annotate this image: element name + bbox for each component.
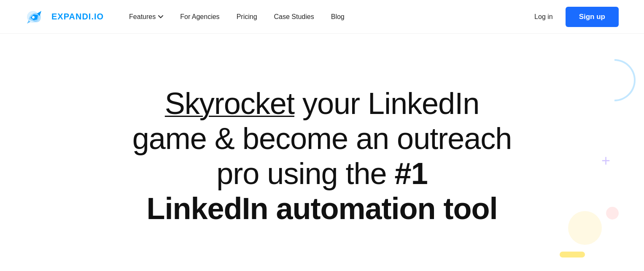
navbar: EXPANDI.IO Features For Agencies Pricing… xyxy=(0,0,644,34)
nav-pricing[interactable]: Pricing xyxy=(237,13,257,21)
nav-auth: Log in Sign up xyxy=(534,7,619,27)
logo-text: EXPANDI.IO xyxy=(51,12,104,22)
hero-section: + Skyrocket your LinkedIn game & become … xyxy=(0,34,644,270)
deco-curve xyxy=(614,59,636,101)
nav-features[interactable]: Features xyxy=(129,13,163,21)
nav-links: Features For Agencies Pricing Case Studi… xyxy=(129,13,534,21)
logo[interactable]: EXPANDI.IO xyxy=(25,8,104,26)
hero-text-block: Skyrocket your LinkedIn game & become an… xyxy=(132,86,512,226)
hero-heading-number: #1 xyxy=(395,157,428,190)
chevron-down-icon xyxy=(158,15,163,19)
nav-blog[interactable]: Blog xyxy=(331,13,345,21)
logo-icon xyxy=(25,8,47,26)
hero-heading: Skyrocket your LinkedIn game & become an… xyxy=(132,86,512,226)
deco-circle-yellow xyxy=(568,211,602,245)
nav-case-studies[interactable]: Case Studies xyxy=(274,13,314,21)
deco-yellow-bar xyxy=(560,252,585,257)
nav-for-agencies[interactable]: For Agencies xyxy=(180,13,219,21)
svg-point-1 xyxy=(32,16,35,19)
login-link[interactable]: Log in xyxy=(534,13,553,21)
hero-heading-tool: LinkedIn automation tool xyxy=(147,192,498,225)
deco-plus-icon: + xyxy=(601,152,610,170)
signup-button[interactable]: Sign up xyxy=(566,7,619,27)
hero-heading-skyrocket: Skyrocket xyxy=(165,87,294,120)
deco-circle-pink xyxy=(606,207,619,220)
